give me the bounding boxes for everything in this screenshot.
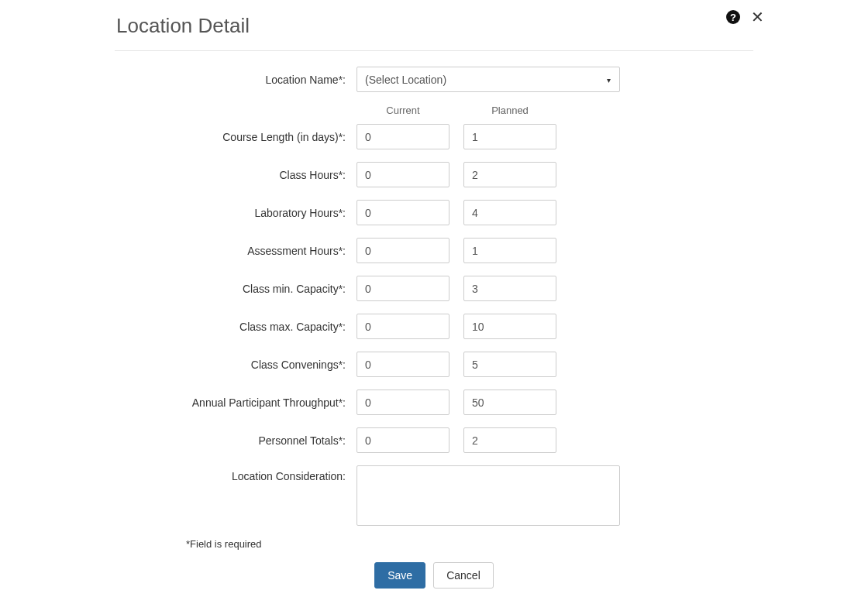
- form-area: Location Name*: (Select Location) ▾ Curr…: [132, 67, 736, 589]
- class-convenings-current: 0: [356, 352, 450, 377]
- required-note: *Field is required: [186, 538, 736, 550]
- row-class-max-cap: Class max. Capacity*: 0: [132, 314, 736, 339]
- course-length-current: 0: [356, 124, 450, 149]
- row-class-min-cap: Class min. Capacity*: 0: [132, 276, 736, 301]
- row-annual-throughput: Annual Participant Throughput*: 0: [132, 390, 736, 415]
- label-course-length: Course Length (in days)*:: [132, 131, 356, 143]
- personnel-totals-current: 0: [356, 427, 450, 453]
- row-location-consideration: Location Consideration:: [132, 465, 736, 526]
- class-hours-planned-input[interactable]: [463, 162, 556, 187]
- modal-header: Location Detail ? ✕: [0, 0, 868, 46]
- course-length-planned-input[interactable]: [463, 124, 556, 149]
- row-lab-hours: Laboratory Hours*: 0: [132, 200, 736, 225]
- lab-hours-planned-input[interactable]: [463, 200, 556, 225]
- label-location-name: Location Name*:: [132, 74, 356, 86]
- row-personnel-totals: Personnel Totals*: 0: [132, 427, 736, 453]
- class-convenings-planned-input[interactable]: [463, 352, 556, 377]
- label-assessment-hours: Assessment Hours*:: [132, 245, 356, 257]
- button-row: Save Cancel: [132, 562, 736, 589]
- save-button[interactable]: Save: [374, 562, 425, 589]
- row-class-convenings: Class Convenings*: 0: [132, 352, 736, 377]
- column-headers: Current Planned: [356, 105, 736, 116]
- class-min-cap-planned-input[interactable]: [463, 276, 556, 301]
- class-max-cap-current: 0: [356, 314, 450, 339]
- annual-throughput-current: 0: [356, 390, 450, 415]
- row-assessment-hours: Assessment Hours*: 0: [132, 238, 736, 263]
- class-hours-current: 0: [356, 162, 450, 187]
- class-min-cap-current: 0: [356, 276, 450, 301]
- class-max-cap-planned-input[interactable]: [463, 314, 556, 339]
- label-class-min-cap: Class min. Capacity*:: [132, 283, 356, 295]
- row-course-length: Course Length (in days)*: 0: [132, 124, 736, 149]
- annual-throughput-planned-input[interactable]: [463, 390, 556, 415]
- row-class-hours: Class Hours*: 0: [132, 162, 736, 187]
- lab-hours-current: 0: [356, 200, 450, 225]
- label-lab-hours: Laboratory Hours*:: [132, 207, 356, 219]
- assessment-hours-planned-input[interactable]: [463, 238, 556, 263]
- page-title: Location Detail: [116, 14, 752, 38]
- label-annual-throughput: Annual Participant Throughput*:: [132, 396, 356, 409]
- column-header-current: Current: [356, 105, 450, 116]
- location-consideration-textarea[interactable]: [356, 465, 620, 526]
- label-location-consideration: Location Consideration:: [132, 465, 356, 482]
- label-class-hours: Class Hours*:: [132, 169, 356, 181]
- header-divider: [115, 50, 753, 51]
- column-header-planned: Planned: [463, 105, 556, 116]
- cancel-button[interactable]: Cancel: [433, 562, 494, 589]
- help-icon[interactable]: ?: [726, 10, 740, 24]
- location-name-select[interactable]: (Select Location): [356, 67, 620, 92]
- modal-location-detail: Location Detail ? ✕ Location Name*: (Sel…: [0, 0, 868, 604]
- label-personnel-totals: Personnel Totals*:: [132, 434, 356, 447]
- location-name-select-wrap: (Select Location) ▾: [356, 67, 620, 92]
- close-icon[interactable]: ✕: [748, 9, 767, 25]
- personnel-totals-planned-input[interactable]: [463, 427, 556, 453]
- label-class-convenings: Class Convenings*:: [132, 359, 356, 371]
- header-icons: ? ✕: [726, 9, 767, 25]
- assessment-hours-current: 0: [356, 238, 450, 263]
- label-class-max-cap: Class max. Capacity*:: [132, 321, 356, 333]
- row-location-name: Location Name*: (Select Location) ▾: [132, 67, 736, 92]
